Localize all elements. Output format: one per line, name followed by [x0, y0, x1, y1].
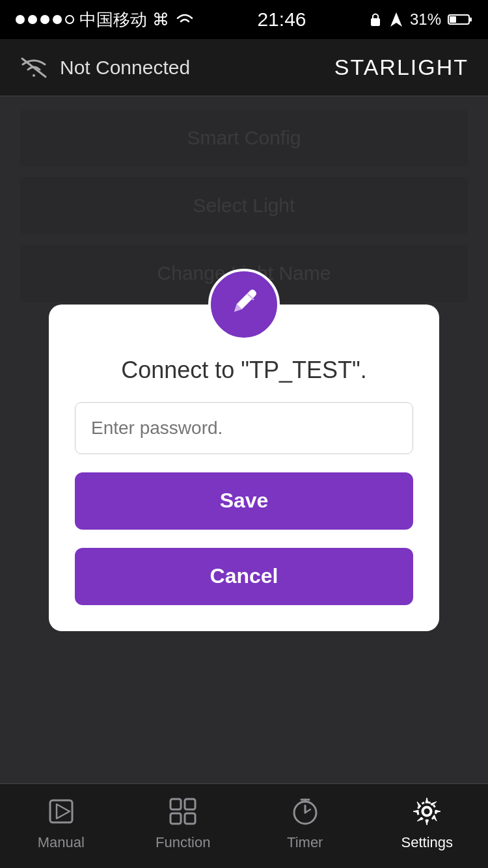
svg-rect-2	[450, 16, 456, 23]
pencil-icon	[228, 287, 260, 322]
save-button[interactable]: Save	[75, 472, 413, 530]
lock-icon	[368, 11, 383, 28]
status-left: 中国移动 ⌘️	[16, 8, 195, 31]
password-input[interactable]	[75, 402, 413, 454]
dot-2	[28, 15, 37, 24]
dot-3	[40, 15, 49, 24]
cancel-button[interactable]: Cancel	[75, 548, 413, 605]
battery-icon	[448, 13, 472, 26]
modal-title: Connect to "TP_TEST".	[121, 357, 367, 384]
svg-rect-9	[185, 799, 195, 809]
tab-timer-label: Timer	[287, 834, 323, 851]
time-display: 21:46	[257, 8, 306, 31]
brand-logo: STARLIGHT	[334, 55, 468, 80]
dot-5	[65, 15, 74, 24]
tab-manual[interactable]: Manual	[0, 795, 122, 851]
tab-function-label: Function	[156, 834, 210, 851]
svg-rect-3	[469, 18, 472, 21]
brand-light: LIGHT	[397, 55, 468, 79]
svg-rect-0	[371, 18, 380, 26]
carrier-label: 中国移动	[79, 8, 147, 31]
modal-icon-circle	[208, 269, 280, 340]
app-header: Not Connected STARLIGHT	[0, 39, 488, 96]
tab-function[interactable]: Function	[122, 795, 245, 851]
wifi-status-icon	[174, 11, 195, 28]
svg-rect-11	[185, 813, 195, 824]
connection-status-label: Not Connected	[60, 57, 190, 79]
battery-percent: 31%	[410, 10, 441, 29]
dot-4	[53, 15, 62, 24]
svg-marker-7	[57, 804, 70, 819]
svg-rect-8	[170, 799, 181, 809]
tab-settings[interactable]: Settings	[366, 795, 489, 851]
location-icon	[389, 11, 403, 28]
tab-timer[interactable]: Timer	[244, 795, 366, 851]
timer-icon	[289, 795, 321, 830]
signal-dots	[16, 15, 74, 24]
status-bar: 中国移动 ⌘️ 21:46 31%	[0, 0, 488, 39]
modal-overlay: Connect to "TP_TEST". Save Cancel	[0, 96, 488, 803]
tab-manual-label: Manual	[38, 834, 85, 851]
manual-icon	[45, 795, 77, 830]
tab-settings-label: Settings	[401, 834, 454, 851]
settings-icon	[411, 795, 443, 830]
svg-point-19	[423, 807, 431, 815]
status-right: 31%	[368, 10, 472, 29]
function-icon	[167, 795, 199, 830]
dot-1	[16, 15, 25, 24]
header-left: Not Connected	[20, 56, 190, 79]
wifi-off-icon	[20, 56, 48, 79]
svg-rect-10	[170, 813, 181, 824]
tab-bar: Manual Function Timer	[0, 783, 488, 868]
svg-point-18	[418, 802, 436, 821]
modal-card: Connect to "TP_TEST". Save Cancel	[49, 305, 439, 631]
wifi-icon: ⌘️	[152, 10, 169, 30]
brand-bold: STAR	[334, 55, 397, 79]
modal-wrapper: Connect to "TP_TEST". Save Cancel	[49, 269, 439, 631]
